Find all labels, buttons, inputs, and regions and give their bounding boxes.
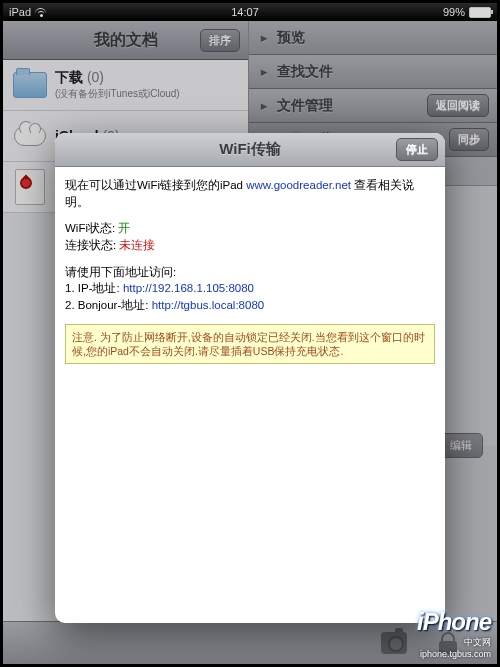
wifi-status-value: 开 [118, 222, 130, 234]
watermark: iPhone 中文网iphone.tgbus.com [417, 608, 491, 659]
device-label: iPad [9, 6, 31, 18]
modal-header: WiFi传输 停止 [55, 133, 445, 167]
bonjour-address-link[interactable]: http://tgbus.local:8080 [152, 299, 265, 311]
modal-body: 现在可以通过WiFi链接到您的iPad www.goodreader.net 查… [55, 167, 445, 374]
battery-icon [469, 7, 491, 18]
modal-title: WiFi传输 [219, 140, 281, 159]
ip-address-link[interactable]: http://192.168.1.105:8080 [123, 282, 254, 294]
clock: 14:07 [231, 6, 259, 18]
wifi-transfer-modal: WiFi传输 停止 现在可以通过WiFi链接到您的iPad www.goodre… [55, 133, 445, 623]
wifi-icon [35, 8, 47, 17]
warning-note: 注意. 为了防止网络断开,设备的自动锁定已经关闭.当您看到这个窗口的时候,您的i… [65, 324, 435, 364]
stop-button[interactable]: 停止 [396, 138, 438, 161]
battery-percent: 99% [443, 6, 465, 18]
goodreader-link[interactable]: www.goodreader.net [246, 179, 351, 191]
conn-status-value: 未连接 [119, 239, 155, 251]
status-bar: iPad 14:07 99% [3, 3, 497, 21]
